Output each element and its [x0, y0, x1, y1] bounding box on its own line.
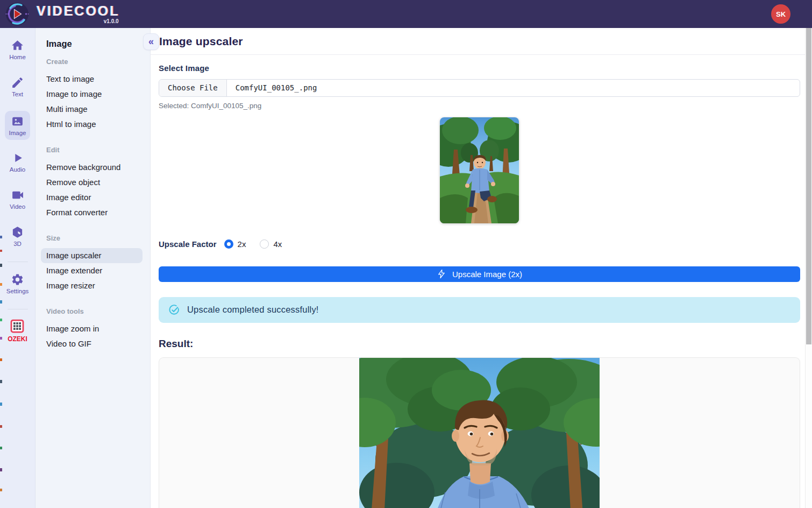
sidebar-title: Image — [46, 39, 143, 49]
app-window: VIDECOOL v1.0.0 SK Home Text Image Au — [0, 0, 812, 508]
sidebar-item-html-to-image[interactable]: Html to image — [41, 117, 143, 132]
main-content: Select Image Choose File ComfyUI_00105_.… — [151, 55, 812, 508]
video-camera-icon — [11, 188, 24, 202]
success-message: Upscale completed successfully! — [187, 305, 319, 315]
main-header: Image upscaler — [151, 28, 812, 55]
preview-image — [440, 117, 519, 223]
home-icon — [11, 39, 24, 52]
top-bar: VIDECOOL v1.0.0 SK — [0, 0, 812, 28]
sidebar-item-multi-image[interactable]: Multi image — [41, 102, 143, 117]
rail-item-audio[interactable]: Audio — [6, 149, 29, 175]
page-title: Image upscaler — [159, 35, 800, 48]
icon-rail: Home Text Image Audio Video 3D — [0, 28, 35, 508]
check-circle-icon — [168, 304, 180, 316]
tool-sidebar: Image Create Text to image Image to imag… — [35, 28, 151, 508]
lightning-icon — [437, 269, 446, 279]
ozeki-grid-icon — [9, 318, 25, 334]
rail-divider — [8, 309, 28, 309]
rail-item-text[interactable]: Text — [8, 74, 27, 100]
file-name-text: ComfyUI_00105_.png — [227, 80, 326, 96]
sidebar-item-image-to-image[interactable]: Image to image — [41, 87, 143, 102]
brand[interactable]: VIDECOOL v1.0.0 — [5, 2, 120, 26]
result-image — [359, 358, 600, 508]
rail-item-image[interactable]: Image — [5, 111, 31, 140]
file-input[interactable]: Choose File ComfyUI_00105_.png — [159, 79, 800, 97]
select-image-label: Select Image — [159, 64, 800, 73]
rail-divider — [8, 262, 28, 262]
upscale-button-label: Upscale Image (2x) — [452, 270, 522, 279]
section-label-create: Create — [46, 58, 143, 66]
sidebar-item-text-to-image[interactable]: Text to image — [41, 72, 143, 87]
sidebar-item-image-editor[interactable]: Image editor — [41, 190, 143, 205]
rail-item-video[interactable]: Video — [6, 186, 29, 212]
sidebar-collapse-button[interactable]: « — [143, 33, 159, 50]
upscale-factor-row: Upscale Factor 2x 4x — [159, 239, 800, 249]
image-icon — [11, 115, 24, 128]
rail-item-ozeki[interactable]: OZEKI — [8, 318, 27, 343]
radio-selected-icon[interactable] — [224, 239, 233, 249]
radio-option-4x[interactable]: 4x — [260, 239, 282, 249]
radio-option-2x[interactable]: 2x — [224, 239, 246, 249]
videcool-logo-icon — [5, 2, 29, 26]
rail-label: Home — [9, 54, 26, 60]
rail-label: Text — [12, 91, 23, 97]
gear-icon — [11, 273, 24, 286]
sidebar-item-image-resizer[interactable]: Image resizer — [41, 278, 143, 293]
sidebar-item-remove-object[interactable]: Remove object — [41, 175, 143, 190]
rail-item-home[interactable]: Home — [6, 37, 29, 62]
sidebar-item-video-to-gif[interactable]: Video to GIF — [41, 336, 143, 351]
sidebar-item-format-converter[interactable]: Format converter — [41, 205, 143, 220]
radio-unselected-icon[interactable] — [260, 239, 269, 249]
rail-label: Video — [10, 203, 25, 210]
success-alert: Upscale completed successfully! — [159, 297, 800, 323]
ozeki-label: OZEKI — [8, 335, 27, 343]
scrollbar[interactable] — [805, 28, 812, 508]
rail-label: Image — [9, 130, 26, 136]
main-panel: « Image upscaler Select Image Choose Fil… — [151, 28, 812, 508]
sidebar-item-image-zoom-in[interactable]: Image zoom in — [41, 321, 143, 336]
upscale-factor-label: Upscale Factor — [159, 239, 217, 249]
rail-label: 3D — [13, 241, 22, 247]
section-label-edit: Edit — [46, 146, 143, 154]
rail-item-settings[interactable]: Settings — [3, 271, 32, 297]
selected-file-text: Selected: ComfyUI_00105_.png — [159, 102, 800, 110]
brand-name: VIDECOOL — [37, 4, 120, 18]
rail-item-3d[interactable]: 3D — [8, 223, 27, 249]
choose-file-button[interactable]: Choose File — [159, 80, 227, 96]
upscale-image-button[interactable]: Upscale Image (2x) — [159, 266, 800, 282]
section-label-video-tools: Video tools — [46, 307, 143, 315]
user-avatar[interactable]: SK — [771, 4, 790, 24]
rail-label: Audio — [10, 166, 25, 173]
scrollbar-thumb[interactable] — [806, 28, 811, 344]
brand-version: v1.0.0 — [104, 19, 119, 24]
section-label-size: Size — [46, 234, 143, 242]
result-label: Result: — [159, 338, 800, 350]
pencil-icon — [11, 76, 24, 89]
cube-icon — [11, 225, 24, 239]
sidebar-item-image-upscaler[interactable]: Image upscaler — [41, 248, 143, 263]
screen-edge-artifact — [0, 231, 2, 508]
result-container — [159, 357, 800, 508]
sidebar-item-remove-background[interactable]: Remove background — [41, 160, 143, 175]
rail-label: Settings — [6, 288, 29, 294]
play-icon — [11, 151, 24, 165]
sidebar-item-image-extender[interactable]: Image extender — [41, 263, 143, 278]
